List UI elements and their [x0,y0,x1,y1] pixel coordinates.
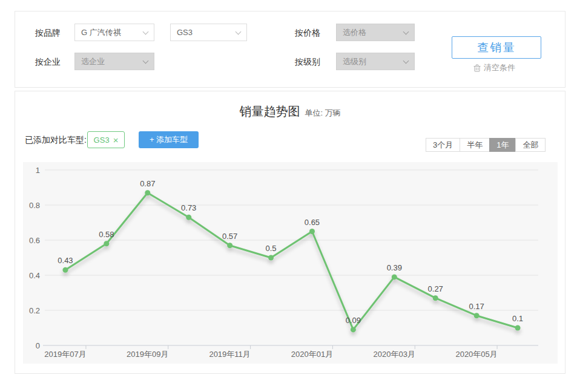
data-point [309,229,315,234]
level-select[interactable]: 选级别 [336,53,415,70]
data-point [145,190,150,195]
company-filter-label: 按企业 [35,57,61,68]
data-point [392,274,397,279]
time-range-tabs: 3个月 半年 1年 全部 [426,138,546,152]
data-point [474,313,480,318]
x-axis-tick-label: 2020年01月 [291,350,333,359]
data-point-label: 0.09 [346,316,361,325]
x-axis-tick-label: 2019年09月 [127,350,168,359]
x-axis-tick-label: 2019年07月 [44,350,86,359]
remove-tag-icon[interactable]: × [113,136,119,145]
trend-line-gs3 [65,193,518,330]
chart-title: 销量趋势图 [239,103,300,120]
chevron-down-icon [143,29,149,35]
data-point [62,267,68,273]
query-sales-button[interactable]: 查销量 [452,36,541,59]
data-point-label: 0.27 [428,284,443,293]
sales-trend-line-chart[interactable]: 00.20.40.60.812019年07月2019年09月2019年11月20… [23,162,558,364]
data-point-label: 0.1 [512,314,523,323]
chevron-down-icon [403,29,409,35]
add-model-button[interactable]: + 添加车型 [139,131,199,148]
clear-conditions-label: 清空条件 [484,62,515,73]
data-point [433,295,438,301]
chart-header: 销量趋势图 单位: 万辆 [15,103,565,120]
y-axis-tick-label: 0.8 [29,201,40,210]
x-axis-tick-label: 2019年11月 [209,350,250,359]
chart-unit-label: 单位: 万辆 [305,108,340,119]
filter-panel: 按品牌 G 广汽传祺 GS3 按价格 选价格 按企业 选企业 按级别 选级别 查… [15,11,565,88]
data-point [515,325,521,331]
y-axis-tick-label: 0.2 [29,306,40,315]
level-filter-label: 按级别 [295,57,320,68]
model-select[interactable]: GS3 [170,24,247,41]
data-point-label: 0.57 [222,232,237,241]
compare-tag-name: GS3 [94,136,110,145]
brand-filter-label: 按品牌 [35,28,61,39]
price-select[interactable]: 选价格 [336,24,415,41]
model-select-value: GS3 [177,28,193,37]
data-point [186,215,191,220]
compare-models-label: 已添加对比车型: [25,135,87,146]
y-axis-tick-label: 0.6 [29,236,40,245]
clear-conditions-button[interactable]: 清空条件 [473,62,515,73]
data-point [268,255,274,261]
company-select-placeholder: 选企业 [81,57,105,66]
data-point-label: 0.5 [266,244,277,253]
data-point-label: 0.73 [181,203,196,212]
data-point-label: 0.39 [387,263,402,272]
data-point-label: 0.58 [99,230,114,239]
range-tab-halfyear[interactable]: 半年 [460,138,490,152]
y-axis-tick-label: 0.4 [29,271,40,280]
compare-tag-gs3: GS3 × [87,131,125,148]
x-axis-tick-label: 2020年05月 [455,350,497,359]
chevron-down-icon [403,58,409,64]
y-axis-tick-label: 1 [36,166,40,175]
level-select-placeholder: 选级别 [343,57,366,66]
data-point-label: 0.17 [469,302,484,311]
data-point-label: 0.43 [58,256,73,265]
range-tab-1year[interactable]: 1年 [489,138,516,152]
data-point-label: 0.87 [140,179,155,188]
price-filter-label: 按价格 [295,28,320,39]
data-point-label: 0.65 [305,218,320,227]
data-point [351,327,356,332]
x-axis-tick-label: 2020年03月 [374,350,415,359]
data-point [104,241,109,246]
y-axis-tick-label: 0 [36,341,40,350]
trash-icon [473,64,481,72]
sales-query-page: 按品牌 G 广汽传祺 GS3 按价格 选价格 按企业 选企业 按级别 选级别 查… [0,0,577,392]
brand-select[interactable]: G 广汽传祺 [74,24,154,41]
chevron-down-icon [143,58,149,64]
brand-select-value: G 广汽传祺 [81,28,121,37]
range-tab-3months[interactable]: 3个月 [426,138,460,152]
range-tab-all[interactable]: 全部 [515,138,546,152]
chevron-down-icon [236,29,242,35]
company-select[interactable]: 选企业 [74,53,154,70]
trend-chart-svg: 00.20.40.60.812019年07月2019年09月2019年11月20… [23,162,558,364]
data-point [227,243,232,248]
price-select-placeholder: 选价格 [343,28,366,37]
trend-chart-panel: 销量趋势图 单位: 万辆 已添加对比车型: GS3 × + 添加车型 3个月 半… [15,91,565,374]
